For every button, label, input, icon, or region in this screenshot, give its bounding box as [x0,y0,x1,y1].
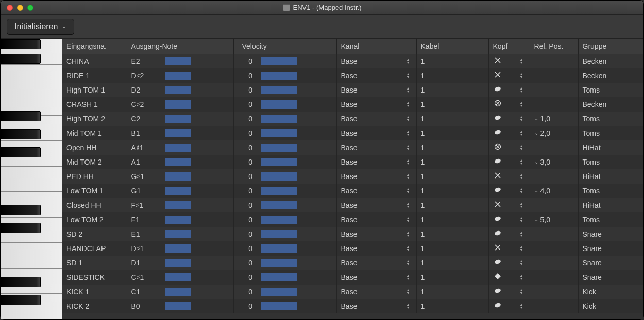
stepper-arrows-icon[interactable]: ▲▼ [520,58,523,64]
cell-rel-pos[interactable] [530,54,578,68]
stepper-arrows-icon[interactable]: ▲▼ [520,173,523,180]
stepper-arrows-icon[interactable]: ▲▼ [520,289,523,295]
table-row[interactable]: PED HHG♯10Base▲▼1▲▼HiHat [62,169,643,184]
stepper-arrows-icon[interactable]: ▲▼ [520,260,523,266]
cell-kabel[interactable]: 1 [416,126,488,140]
cell-rel-pos[interactable] [530,169,578,184]
minimize-icon[interactable] [17,5,23,11]
stepper-arrows-icon[interactable]: ▲▼ [406,101,410,108]
cell-kabel[interactable]: 1 [416,83,488,97]
velocity-bar[interactable] [261,158,297,166]
table-row[interactable]: Low TOM 1G10Base▲▼1▲▼⌄4,0Toms [62,184,643,198]
stepper-arrows-icon[interactable]: ▲▼ [520,231,523,237]
out-note-bar[interactable] [165,288,191,296]
cell-kanal[interactable]: Base▲▼ [336,198,416,212]
cell-kopf[interactable]: ▲▼ [488,212,530,227]
cell-out-note[interactable]: D2 [127,83,161,97]
piano-white-key[interactable] [1,167,62,192]
velocity-bar[interactable] [261,129,297,137]
table-row[interactable]: High TOM 2C20Base▲▼1▲▼⌄1,0Toms [62,112,643,126]
cell-name[interactable]: High TOM 2 [62,112,127,126]
cell-kopf[interactable]: ▲▼ [488,227,530,241]
cell-out-note[interactable]: G♯1 [127,169,161,184]
cell-kopf[interactable]: ▲▼ [488,83,530,97]
cell-rel-pos[interactable]: ⌄2,0 [530,126,578,140]
velocity-bar[interactable] [261,216,297,224]
out-note-bar[interactable] [165,216,191,224]
cell-kanal[interactable]: Base▲▼ [336,126,416,140]
cell-gruppe[interactable]: Toms [578,83,643,97]
piano-keyboard[interactable] [1,39,62,319]
velocity-bar[interactable] [261,57,297,65]
cell-kabel[interactable]: 1 [416,54,488,68]
cell-velocity-value[interactable]: 0 [233,241,257,256]
col-rel-pos[interactable]: Rel. Pos. [530,39,578,54]
cell-gruppe[interactable]: Toms [578,112,643,126]
table-row[interactable]: High TOM 1D20Base▲▼1▲▼Toms [62,83,643,97]
stepper-arrows-icon[interactable]: ▲▼ [520,116,523,122]
cell-out-note[interactable]: C♯1 [127,270,161,285]
velocity-bar[interactable] [261,72,297,80]
table-row[interactable]: Closed HHF♯10Base▲▼1▲▼HiHat [62,198,643,212]
cell-kanal[interactable]: Base▲▼ [336,112,416,126]
cell-out-note[interactable]: A1 [127,155,161,169]
cell-kabel[interactable]: 1 [416,241,488,256]
stepper-arrows-icon[interactable]: ▲▼ [520,101,523,108]
out-note-bar[interactable] [165,244,191,253]
stepper-arrows-icon[interactable]: ▲▼ [520,73,523,79]
cell-name[interactable]: CRASH 1 [62,97,127,112]
table-row[interactable]: SD 2E10Base▲▼1▲▼Snare [62,227,643,241]
cell-name[interactable]: KICK 2 [62,299,127,313]
out-note-bar[interactable] [165,100,191,109]
out-note-bar[interactable] [165,201,191,209]
cell-kabel[interactable]: 1 [416,169,488,184]
cell-rel-pos[interactable] [530,299,578,313]
cell-velocity-value[interactable]: 0 [233,270,257,285]
cell-out-note[interactable]: D♯2 [127,68,161,83]
cell-name[interactable]: PED HH [62,169,127,184]
stepper-arrows-icon[interactable]: ▲▼ [406,87,410,93]
stepper-arrows-icon[interactable]: ▲▼ [406,116,410,122]
cell-rel-pos[interactable] [530,140,578,155]
cell-velocity-value[interactable]: 0 [233,83,257,97]
stepper-arrows-icon[interactable]: ▲▼ [406,274,410,280]
table-row[interactable]: Low TOM 2F10Base▲▼1▲▼⌄5,0Toms [62,212,643,227]
out-note-bar[interactable] [165,129,191,137]
cell-kopf[interactable]: ▲▼ [488,270,530,285]
cell-name[interactable]: RIDE 1 [62,68,127,83]
cell-name[interactable]: KICK 1 [62,285,127,299]
cell-name[interactable]: SD 2 [62,227,127,241]
table-row[interactable]: CHINAE20Base▲▼1▲▼Becken [62,54,643,68]
cell-gruppe[interactable]: Snare [578,241,643,256]
cell-rel-pos[interactable] [530,227,578,241]
velocity-bar[interactable] [261,187,297,195]
cell-velocity-value[interactable]: 0 [233,126,257,140]
cell-name[interactable]: Low TOM 1 [62,184,127,198]
velocity-bar[interactable] [261,302,297,310]
cell-velocity-value[interactable]: 0 [233,155,257,169]
stepper-arrows-icon[interactable]: ▲▼ [520,188,523,194]
cell-kopf[interactable]: ▲▼ [488,169,530,184]
table-row[interactable]: HANDCLAPD♯10Base▲▼1▲▼Snare [62,241,643,256]
cell-rel-pos[interactable] [530,83,578,97]
out-note-bar[interactable] [165,273,191,281]
stepper-arrows-icon[interactable]: ▲▼ [406,130,410,136]
cell-kopf[interactable]: ▲▼ [488,198,530,212]
cell-kanal[interactable]: Base▲▼ [336,155,416,169]
piano-black-key[interactable] [1,39,41,49]
cell-kopf[interactable]: ▲▼ [488,155,530,169]
out-note-bar[interactable] [165,158,191,166]
cell-kopf[interactable]: ▲▼ [488,68,530,83]
cell-gruppe[interactable]: Snare [578,256,643,270]
cell-rel-pos[interactable]: ⌄4,0 [530,184,578,198]
cell-kabel[interactable]: 1 [416,299,488,313]
stepper-arrows-icon[interactable]: ▲▼ [406,188,410,194]
cell-velocity-value[interactable]: 0 [233,184,257,198]
table-row[interactable]: Mid TOM 2A10Base▲▼1▲▼⌄3,0Toms [62,155,643,169]
cell-kanal[interactable]: Base▲▼ [336,212,416,227]
cell-velocity-value[interactable]: 0 [233,140,257,155]
stepper-arrows-icon[interactable]: ▲▼ [406,159,410,165]
cell-velocity-value[interactable]: 0 [233,212,257,227]
cell-kabel[interactable]: 1 [416,212,488,227]
cell-gruppe[interactable]: HiHat [578,198,643,212]
